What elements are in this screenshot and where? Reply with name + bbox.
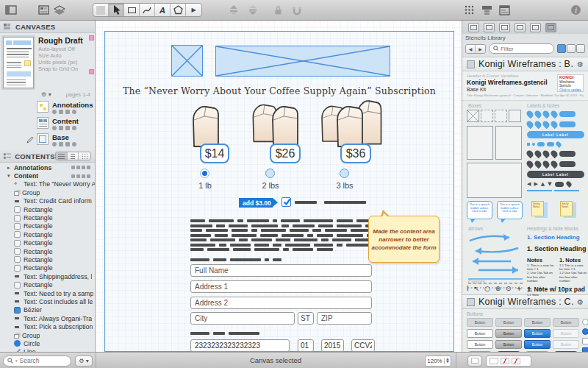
inspector-tab-document[interactable] <box>530 23 541 32</box>
layers-icon[interactable] <box>51 3 68 18</box>
stencil-nav-buttons[interactable]: ◀ ▶ <box>465 44 486 54</box>
canvas-name[interactable]: Rough Draft <box>38 37 83 44</box>
stencil-window-icon[interactable] <box>478 3 495 18</box>
list-item[interactable]: Rectangle <box>0 213 95 222</box>
card-number-field[interactable] <box>190 339 290 352</box>
card-year-field[interactable] <box>321 339 344 352</box>
price-tag-1[interactable]: $14 <box>200 144 229 163</box>
inspector-tab-style[interactable] <box>468 23 479 32</box>
radio-1lb-selected[interactable] <box>200 169 209 178</box>
button-stencil[interactable]: Button <box>467 318 493 327</box>
lock-icon[interactable] <box>270 3 286 18</box>
list-item[interactable]: Rectangle <box>0 280 95 289</box>
list-item[interactable]: Rectangle <box>0 205 95 213</box>
fill-none-swatch[interactable] <box>490 358 498 364</box>
action-tool-icon[interactable]: ▶ <box>186 4 201 16</box>
konigi-badge[interactable]: KONIGI Wireframe Stencils Click to updat… <box>557 74 584 92</box>
inspector-tab-properties[interactable] <box>484 23 495 32</box>
button-stencil[interactable]: Button <box>553 340 579 349</box>
list-item[interactable]: ▾ Content <box>0 171 95 180</box>
canvas-thumbnail[interactable] <box>3 37 34 88</box>
layer-toggles[interactable] <box>52 142 76 146</box>
card-month-field[interactable] <box>298 339 314 352</box>
text-tool-icon[interactable]: A <box>155 4 171 16</box>
view-list-icon[interactable] <box>576 44 585 53</box>
tool-current[interactable] <box>93 4 109 16</box>
list-item[interactable]: Rectangle <box>0 239 95 247</box>
search-scope-caret[interactable]: ▾ <box>15 358 18 363</box>
list-item[interactable]: Rectangle <box>0 264 95 272</box>
zoom-control[interactable]: 120% ▲▼ <box>425 355 451 367</box>
inspector-window-icon[interactable] <box>496 3 512 18</box>
layer-name[interactable]: Base <box>52 133 76 141</box>
stencil-preview-area[interactable]: Boxes Labels & Notes Label Label Label L… <box>462 101 588 294</box>
sidebar-toggle-icon[interactable] <box>3 3 19 18</box>
layer-row-base[interactable]: Base <box>0 132 95 148</box>
list-item[interactable]: Group <box>0 331 95 339</box>
address2-field[interactable] <box>190 297 372 309</box>
list-item[interactable]: Text: Need to try a samp <box>0 289 95 297</box>
list-item[interactable]: Rectangle <box>0 255 95 263</box>
button-stencil[interactable]: Button <box>467 340 493 349</box>
shape-tool-icon[interactable] <box>124 4 140 16</box>
inspector-tab-stencils[interactable] <box>545 23 556 32</box>
list-item[interactable]: Rectangle <box>0 230 95 238</box>
fill-swatch-button[interactable] <box>467 355 482 367</box>
canvas-item-rough-draft[interactable]: Rough Draft Auto-layout OffSize AutoUnit… <box>0 33 95 90</box>
info-button[interactable]: i <box>567 3 584 18</box>
speech-bubble-stencil[interactable]: This is a speech bubble callout. Click t… <box>467 201 492 219</box>
stroke-style-swatches[interactable] <box>486 355 531 367</box>
line-tool-icon[interactable] <box>140 4 155 16</box>
magnet-icon[interactable] <box>289 3 305 18</box>
speech-bubble-stencil[interactable]: This is a speech bubble callout. Click t… <box>497 201 523 219</box>
list-item[interactable]: Text: Pick a subscription <box>0 322 95 330</box>
layer-row-content[interactable]: Content <box>0 116 95 132</box>
layer-row-annotations[interactable]: Annotations <box>0 99 95 116</box>
inspector-tab-settings[interactable] <box>499 23 510 32</box>
forward-icon[interactable]: ▶ <box>476 45 485 53</box>
back-icon[interactable]: ◀ <box>466 45 476 53</box>
list-item[interactable]: Rectangle <box>0 247 95 255</box>
stencil-buttons-grid[interactable]: ButtonButtonButtonButtonButtonButtonButt… <box>467 318 579 352</box>
coffee-bag-1lb[interactable] <box>184 102 227 149</box>
button-stencil[interactable]: Button <box>553 318 579 327</box>
button-stencil[interactable]: Button <box>524 318 551 327</box>
list-item[interactable]: Text: Credit Card inform <box>0 197 95 205</box>
stencil-box[interactable] <box>467 126 493 160</box>
view-large-icon[interactable] <box>557 44 566 53</box>
pen-tool-icon[interactable] <box>171 4 186 16</box>
gear-icon[interactable]: ⚙ <box>577 298 584 306</box>
button-stencil[interactable]: Button <box>495 318 522 327</box>
stencil-form-controls[interactable] <box>582 318 588 352</box>
list-item[interactable]: Group <box>0 188 95 197</box>
layer-name[interactable]: Annotations <box>52 101 93 109</box>
image-placeholder-square[interactable] <box>171 45 203 77</box>
list-item[interactable]: Bézier <box>0 306 95 314</box>
zoom-stepper[interactable]: ▲▼ <box>444 358 451 364</box>
layer-name[interactable]: Content <box>52 117 79 125</box>
image-placeholder-banner[interactable] <box>215 46 390 77</box>
card-ccv-field[interactable] <box>351 339 375 352</box>
sidebar-search-input[interactable] <box>20 357 62 364</box>
contents-view-switch[interactable] <box>55 152 91 160</box>
layer-toggles[interactable] <box>52 126 79 130</box>
grid-icon[interactable] <box>461 3 477 18</box>
sticky-note-stencil[interactable]: Sticky Notes <box>531 201 544 216</box>
list-item[interactable]: Circle <box>0 339 95 347</box>
button-stencil[interactable]: Button <box>495 329 522 338</box>
stencil-box-large[interactable] <box>467 163 522 198</box>
stencil-boxes-row[interactable] <box>467 110 521 122</box>
sticky-note[interactable]: Made the content area narrower to better… <box>368 216 440 263</box>
list-item[interactable]: Text: Always Organi-Tra <box>0 314 95 322</box>
price-tag-3[interactable]: $36 <box>340 144 371 163</box>
align-back-icon[interactable] <box>245 3 261 18</box>
layer-toggles[interactable] <box>52 110 93 114</box>
inspector-tab-canvas[interactable] <box>514 23 526 32</box>
stencil-box[interactable] <box>495 126 522 160</box>
coffee-bags-2lb[interactable] <box>246 101 309 149</box>
button-stencil[interactable]: Button <box>524 329 551 338</box>
selection-tool-icon[interactable] <box>109 4 124 16</box>
stroke-none-swatch[interactable] <box>501 358 509 364</box>
address1-field[interactable] <box>190 280 372 293</box>
view-small-icon[interactable] <box>567 44 576 53</box>
